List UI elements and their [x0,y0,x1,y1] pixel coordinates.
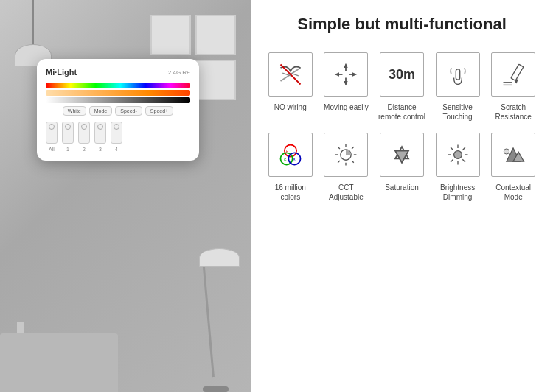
zone-1: 1 [62,122,74,152]
bw-bar [46,97,190,103]
rainbow-bar [46,83,190,88]
speed-plus-button[interactable]: Speed+ [145,106,173,116]
feature-saturation: Saturation [377,133,427,202]
feature-moving-easily: Moving easily [321,52,372,122]
feature-contextual-mode: Contextual Mode [488,133,538,202]
page-container: Mi·Light 2.4G RF White Mode Speed- Speed… [0,0,553,392]
frequency-label: 2.4G RF [168,69,190,76]
touch-icon-box [436,52,480,97]
svg-line-40 [462,159,465,162]
feature-cct-adjustable: CCT Adjustable [321,133,372,202]
features-panel: Simple but multi-functional NO wiring [251,0,553,392]
color-icon-box: R G B [268,133,313,177]
contextual-icon-box [491,133,535,177]
scratch-resistance-icon [500,61,526,88]
features-grid: NO wiring Moving easily [265,52,538,202]
cct-icon-box [324,133,368,177]
controller-zones: All 1 2 3 4 [46,122,190,152]
feature-16million-colors: R G B 16 million colors [265,133,316,202]
feature-distance-remote: 30m Distance remote control [377,52,427,122]
svg-marker-44 [513,152,524,161]
svg-point-45 [504,149,509,154]
cct-adjustable-label: CCT Adjustable [321,183,372,202]
distance-icon-box: 30m [380,52,424,97]
distance-remote-label: Distance remote control [377,102,427,122]
brightness-icon-box [436,133,480,177]
touch-icon [445,61,471,88]
ceiling-lamp-decoration [15,0,52,66]
product-image-panel: Mi·Light 2.4G RF White Mode Speed- Speed… [0,0,251,392]
svg-line-29 [352,161,354,163]
16million-colors-icon: R G B [277,141,304,168]
moving-easily-icon-box [324,52,368,97]
sofa-decoration [0,355,118,392]
zone-all: All [46,122,58,152]
milight-controller: Mi·Light 2.4G RF White Mode Speed- Speed… [37,59,199,161]
svg-line-39 [451,147,453,150]
no-wiring-icon [277,61,304,88]
feature-scratch-resistance: Scratch Resistance [488,52,538,122]
svg-marker-9 [335,72,339,76]
distance-value: 30m [389,67,415,83]
zone-2: 2 [78,122,90,152]
saturation-icon [389,141,415,168]
feature-sensitive-touching: Sensitive Touching [433,52,483,122]
no-wiring-label: NO wiring [274,102,307,112]
section-title: Simple but multi-functional [265,15,538,34]
moving-easily-label: Moving easily [324,102,369,112]
controller-header: Mi·Light 2.4G RF [46,68,190,77]
contextual-mode-icon [500,141,526,168]
svg-line-28 [338,147,341,149]
warm-bar [46,90,190,96]
scratch-resistance-label: Scratch Resistance [488,102,538,122]
mode-button[interactable]: Mode [89,106,113,116]
svg-text:B: B [293,158,295,162]
svg-line-31 [338,161,341,163]
contextual-mode-label: Contextual Mode [488,183,538,202]
zone-3: 3 [94,122,106,152]
floor-lamp-decoration [199,245,243,392]
svg-line-41 [462,147,465,150]
svg-line-2 [291,73,299,76]
feature-brightness-dimming: Brightness Dimming [433,133,483,202]
svg-marker-7 [344,81,348,85]
svg-marker-5 [344,63,348,68]
svg-line-30 [352,147,354,149]
saturation-label: Saturation [385,183,419,192]
feature-no-wiring: NO wiring [265,52,316,122]
svg-point-34 [453,151,462,159]
svg-rect-12 [456,69,459,80]
16million-colors-label: 16 million colors [265,183,316,202]
moving-icon [333,61,359,88]
white-button[interactable]: White [63,106,86,116]
saturation-icon-box [380,133,424,177]
cct-adjustable-icon [333,141,359,168]
svg-rect-13 [511,64,524,80]
color-bars [46,83,190,103]
no-wiring-icon-box [268,52,313,97]
svg-marker-11 [352,72,357,76]
speed-minus-button[interactable]: Speed- [115,106,142,116]
brightness-dimming-label: Brightness Dimming [433,183,483,202]
zone-4: 4 [111,122,122,152]
svg-text:G: G [284,158,287,162]
svg-line-42 [451,159,453,162]
controller-top-buttons: White Mode Speed- Speed+ [46,106,190,116]
brand-name: Mi·Light [46,68,77,77]
svg-marker-33 [395,151,408,163]
svg-line-1 [282,73,291,76]
sensitive-touching-label: Sensitive Touching [433,102,483,122]
scratch-icon-box [491,52,535,97]
brightness-dimming-icon [445,141,471,168]
svg-text:R: R [285,150,288,153]
